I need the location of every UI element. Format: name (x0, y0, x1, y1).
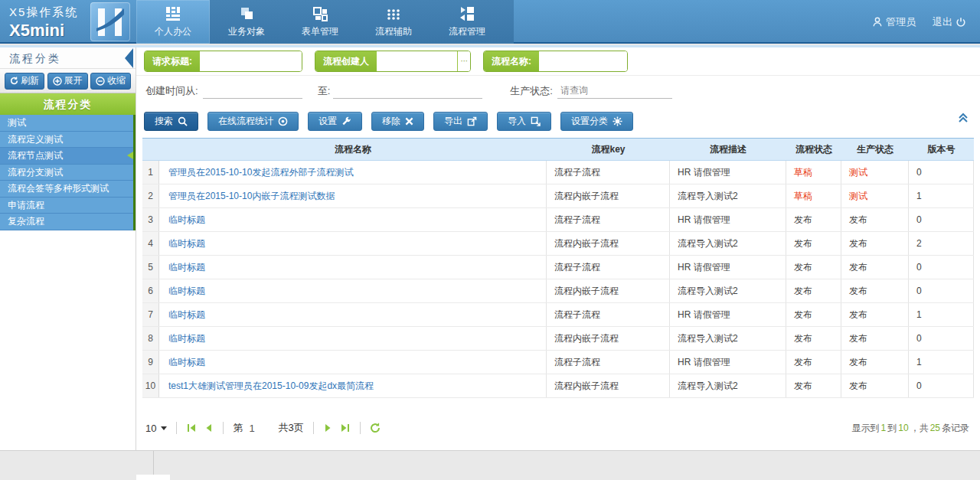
process-name-cell: 临时标题 (159, 351, 547, 374)
sidebar-item[interactable]: 流程会签等多种形式测试 (0, 181, 133, 198)
process-creator-input[interactable] (377, 51, 457, 71)
row-index: 6 (142, 279, 159, 302)
process-key-cell: 流程内嵌子流程 (547, 374, 670, 397)
request-title-input[interactable] (200, 51, 302, 71)
sidebar-item-label: 流程节点测试 (8, 150, 63, 161)
first-page-icon[interactable] (186, 423, 197, 433)
request-title-label: 请求标题: (145, 51, 200, 71)
table-row[interactable]: 10 test1大雄测试管理员在2015-10-09发起dx最简流程 流程内嵌子… (142, 374, 974, 398)
power-icon (956, 17, 966, 28)
process-name-link[interactable]: 管理员在2015-10-10内嵌子流程测试数据 (168, 190, 335, 203)
main-nav: 个人办公 业务对象 表单管理 流程辅助 (136, 0, 504, 44)
table-row[interactable]: 7 临时标题 流程子流程 HR 请假管理 发布 发布 1 (142, 303, 974, 327)
gear-icon (612, 116, 622, 126)
page-size-select[interactable]: 10 (145, 423, 167, 434)
search-dates-row: 创建时间从: 至: 生产状态: (136, 75, 980, 106)
row-index: 1 (142, 161, 159, 184)
table-row[interactable]: 9 临时标题 流程子流程 HR 请假管理 发布 发布 1 (142, 351, 974, 374)
process-name-link[interactable]: 管理员在2015-10-10发起流程外部子流程测试 (168, 166, 353, 179)
process-desc-cell: 流程导入测试2 (670, 327, 786, 350)
table-row[interactable]: 5 临时标题 流程子流程 HR 请假管理 发布 发布 0 (142, 256, 974, 279)
sidebar-item[interactable]: 流程定义测试 (0, 132, 133, 149)
process-status-cell: 发布 (786, 303, 841, 326)
prod-status-text: 发布 (849, 261, 867, 274)
collapse-search-panel-icon[interactable] (957, 112, 969, 124)
process-creator-label: 流程创建人 (315, 51, 377, 71)
process-name-link[interactable]: 临时标题 (168, 332, 205, 345)
created-to-input[interactable] (333, 83, 482, 99)
brand-subtitle: X5mini (9, 21, 64, 41)
process-name-link[interactable]: test1大雄测试管理员在2015-10-09发起dx最简流程 (168, 380, 374, 393)
table-row[interactable]: 2 管理员在2015-10-10内嵌子流程测试数据 流程内嵌子流程 流程导入测试… (142, 184, 974, 208)
collapse-all-button[interactable]: 收缩 (90, 73, 131, 90)
refresh-button[interactable]: 刷新 (5, 73, 44, 90)
table-row[interactable]: 6 临时标题 流程内嵌子流程 流程导入测试2 发布 发布 0 (142, 279, 974, 303)
logout-button[interactable]: 退出 (933, 15, 966, 29)
process-name-link[interactable]: 临时标题 (168, 285, 205, 298)
last-page-icon[interactable] (340, 423, 351, 433)
splitter-handle[interactable] (136, 475, 170, 480)
process-name-input[interactable] (539, 51, 627, 71)
sidebar-item[interactable]: 流程节点测试 (0, 148, 133, 165)
version-cell: 1 (909, 184, 974, 207)
import-button[interactable]: 导入 (497, 112, 551, 131)
process-name-link[interactable]: 临时标题 (168, 356, 205, 369)
prev-page-icon[interactable] (203, 423, 214, 433)
status-text: 发布 (794, 380, 812, 393)
sidebar-item[interactable]: 测试 (0, 115, 133, 132)
tab-process-assist[interactable]: 流程辅助 (357, 0, 430, 44)
online-stats-button[interactable]: 在线流程统计 (207, 112, 299, 131)
creator-picker-button[interactable]: ⋯ (457, 51, 470, 71)
brand-title: X5操作系统 (9, 5, 78, 20)
tab-process-management[interactable]: 流程管理 (430, 0, 504, 44)
summary-to: 10 (897, 423, 910, 433)
sidebar-item-label: 流程会签等多种形式测试 (8, 183, 109, 194)
prod-status-input[interactable] (557, 83, 672, 99)
process-status-cell: 草稿 (786, 184, 841, 207)
next-page-icon[interactable] (323, 423, 334, 433)
divider (176, 422, 177, 434)
prod-status-text: 测试 (849, 166, 867, 179)
table-row[interactable]: 3 临时标题 流程子流程 HR 请假管理 发布 发布 0 (142, 208, 974, 232)
prod-status-cell: 发布 (841, 208, 909, 231)
sidebar-item[interactable]: 复杂流程 (0, 214, 133, 230)
sidebar-collapse-arrow-icon[interactable] (123, 48, 134, 68)
page-number-input[interactable] (249, 423, 266, 434)
process-name-cell: 临时标题 (159, 303, 547, 326)
set-category-button[interactable]: 设置分类 (560, 112, 633, 131)
squares-arrows-icon (459, 5, 475, 22)
export-button[interactable]: 导出 (433, 112, 488, 131)
table-row[interactable]: 4 临时标题 流程内嵌子流程 流程导入测试2 发布 发布 2 (142, 232, 974, 256)
prod-status-cell: 发布 (841, 351, 909, 374)
process-name-link[interactable]: 临时标题 (168, 237, 205, 250)
process-key-cell: 流程内嵌子流程 (547, 184, 670, 207)
tab-label: 表单管理 (302, 25, 338, 38)
process-name-link[interactable]: 临时标题 (168, 261, 205, 274)
process-name-link[interactable]: 临时标题 (168, 309, 205, 322)
created-from-input[interactable] (203, 83, 302, 99)
expand-all-button[interactable]: 展开 (47, 73, 88, 90)
status-text: 发布 (794, 356, 812, 369)
table-row[interactable]: 8 临时标题 流程内嵌子流程 流程导入测试2 发布 发布 0 (142, 327, 974, 351)
sidebar-item[interactable]: 申请流程 (0, 198, 133, 214)
tab-personal-office[interactable]: 个人办公 (136, 0, 210, 44)
tab-label: 个人办公 (155, 25, 191, 38)
process-name-link[interactable]: 临时标题 (168, 214, 205, 227)
current-user[interactable]: 管理员 (872, 15, 916, 29)
row-index: 10 (142, 374, 159, 397)
import-icon (531, 116, 541, 126)
tab-label: 流程辅助 (375, 25, 412, 38)
settings-button[interactable]: 设置 (308, 112, 362, 131)
prod-status-text: 发布 (849, 285, 867, 298)
settings-label: 设置 (318, 115, 337, 128)
prod-status-cell: 发布 (841, 256, 909, 279)
remove-button[interactable]: 移除 (371, 112, 424, 131)
summary-from: 1 (880, 423, 888, 433)
reload-icon[interactable] (370, 423, 381, 433)
sidebar-item[interactable]: 流程分支测试 (0, 165, 133, 181)
tab-form-management[interactable]: 表单管理 (283, 0, 357, 44)
process-name-cell: 临时标题 (159, 327, 547, 350)
search-button[interactable]: 搜索 (144, 112, 198, 131)
tab-business-objects[interactable]: 业务对象 (210, 0, 283, 44)
table-row[interactable]: 1 管理员在2015-10-10发起流程外部子流程测试 流程子流程 HR 请假管… (142, 161, 974, 184)
